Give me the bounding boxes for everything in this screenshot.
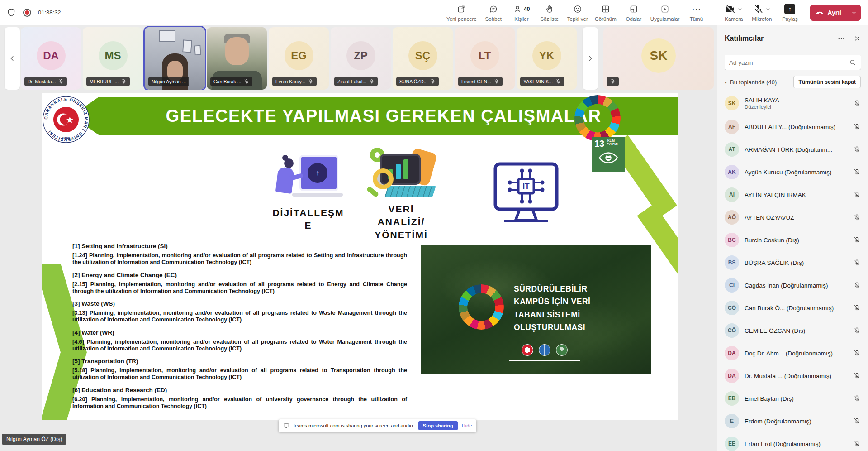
view-button[interactable]: Görünüm — [592, 0, 620, 25]
mic-off-icon[interactable] — [853, 236, 861, 244]
popout-icon — [457, 5, 466, 14]
tile-name-chip: Evren Karay... — [272, 77, 317, 86]
video-tile[interactable]: LT Levent GEN... — [455, 27, 515, 90]
video-tile[interactable]: MS MEBRURE ... — [83, 27, 143, 90]
mic-off-icon[interactable] — [853, 146, 861, 154]
thumbnail-title: SÜRDÜRÜLEBİLİR KAMPÜS İÇİN VERİ TABANI S… — [514, 283, 590, 334]
mic-off-icon[interactable] — [853, 100, 861, 107]
participant-name: Aygün Kurucu (Doğrulanmamış) — [745, 169, 848, 176]
collapse-triangle-icon[interactable] — [725, 80, 727, 85]
university-seal-icon — [522, 344, 533, 356]
participant-row[interactable]: CI Cagdas Inan (Doğrulanmamış) — [717, 274, 868, 297]
mic-off-icon[interactable] — [853, 304, 861, 312]
participant-row[interactable]: CÖ Can Burak Ö... (Doğrulanmamış) — [717, 297, 868, 319]
video-tile[interactable]: Can Burak ... — [207, 27, 267, 90]
mic-off-icon[interactable] — [853, 395, 861, 403]
participant-row[interactable]: CÖ CEMİLE ÖZCAN (Dış) — [717, 319, 868, 342]
strip-prev-button[interactable] — [5, 27, 20, 90]
people-button[interactable]: 40 Kişiler — [508, 0, 536, 25]
chat-button[interactable]: Sohbet — [479, 0, 508, 25]
avatar: SK — [641, 38, 676, 73]
leave-options-button[interactable] — [847, 5, 861, 21]
chevron-down-icon[interactable] — [737, 6, 743, 12]
participant-name: Ertan Erol (Doğrulanmamış) — [745, 441, 848, 447]
hide-link[interactable]: Hide — [462, 423, 472, 428]
avatar: BC — [725, 233, 739, 247]
share-button[interactable]: Paylaş — [776, 0, 804, 25]
avatar: DA — [725, 369, 739, 383]
participant-row[interactable]: BC Burcin Coskun (Dış) — [717, 229, 868, 251]
mic-off-icon[interactable] — [853, 191, 861, 199]
participant-row[interactable]: AF ABDULLAH Y... (Doğrulanmamış) — [717, 115, 868, 138]
participant-row[interactable]: E Erdem (Doğrulanmamış) — [717, 410, 868, 432]
avatar: E — [725, 414, 739, 428]
mic-off-icon[interactable] — [853, 259, 861, 267]
mic-off-icon[interactable] — [853, 168, 861, 176]
mic-off-icon[interactable] — [853, 417, 861, 425]
mic-off-icon[interactable] — [853, 440, 861, 448]
chevron-down-icon[interactable] — [765, 6, 771, 12]
tile-name-chip: MEBRURE ... — [86, 77, 130, 86]
video-tile[interactable]: SK — [603, 27, 714, 90]
mic-off-icon[interactable] — [853, 372, 861, 380]
mic-off-icon[interactable] — [853, 327, 861, 335]
chat-icon — [489, 5, 498, 14]
stop-sharing-button[interactable]: Stop sharing — [418, 421, 458, 430]
tile-name-chip: YASEMİN K... — [520, 77, 564, 86]
new-window-button[interactable]: Yeni pencere — [444, 0, 479, 25]
video-tile[interactable]: SÇ SUNA ÖZD... — [393, 27, 453, 90]
participant-row[interactable]: DA Doç.Dr. Ahm... (Doğrulanmamış) — [717, 342, 868, 365]
mic-off-icon[interactable] — [853, 123, 861, 131]
participant-row[interactable]: AÖ AYTEN ÖZYAVUZ — [717, 206, 868, 229]
sdg-wheel-icon — [574, 95, 621, 141]
button-label: Odalar — [626, 16, 642, 22]
participant-row[interactable]: BS BÜŞRA SAĞLIK (Dış) — [717, 251, 868, 274]
video-tile[interactable]: ZP Ziraat Fakül... — [331, 27, 391, 90]
avatar: CI — [725, 278, 739, 293]
participant-role: Düzenleyici — [745, 104, 848, 110]
caption-data-analysis: VERİ ANALİZİ/ YÖNETİMİ — [358, 203, 444, 241]
microphone-button[interactable]: Mikrofon — [748, 0, 776, 25]
participant-row[interactable]: DA Dr. Mustafa ... (Doğrulanmamış) — [717, 365, 868, 387]
button-label: Uygulamalar — [650, 16, 680, 22]
mute-all-button[interactable]: Tümünün sesini kapat — [793, 76, 861, 88]
mic-off-icon — [555, 79, 561, 84]
more-button[interactable]: Tümü — [682, 0, 710, 25]
more-options-icon[interactable] — [837, 34, 845, 43]
mic-off-icon[interactable] — [853, 350, 861, 357]
campus-video-thumbnail: SÜRDÜRÜLEBİLİR KAMPÜS İÇİN VERİ TABANI S… — [421, 245, 651, 374]
close-icon[interactable] — [854, 35, 861, 42]
camera-button[interactable]: Kamera — [720, 0, 748, 25]
panel-divider — [717, 48, 868, 48]
video-tile-active-speaker[interactable]: Nilgün Ayman ... — [145, 27, 205, 90]
participant-row[interactable]: AI AYLİN YALÇIN IRMAK — [717, 183, 868, 206]
raise-hand-button[interactable]: Söz iste — [536, 0, 564, 25]
participant-name: Erdem (Doğrulanmamış) — [745, 418, 848, 425]
mic-off-icon[interactable] — [853, 282, 861, 289]
digitalization-illustration — [275, 149, 343, 203]
apps-button[interactable]: Uygulamalar — [648, 0, 683, 25]
video-tile[interactable]: YK YASEMİN K... — [517, 27, 577, 90]
participant-row[interactable]: SK SALIH KAYA Düzenleyici — [717, 91, 868, 115]
video-tile[interactable]: DA Dr. Mustafa... — [21, 27, 81, 90]
participant-name: Cagdas Inan (Doğrulanmamış) — [745, 282, 848, 289]
participant-row[interactable]: EE Ertan Erol (Doğrulanmamış) — [717, 432, 868, 451]
blue-globe-icon — [539, 344, 550, 356]
tile-name-chip: Can Burak ... — [210, 77, 252, 86]
slide-item: [5] Transportation (TR)[5.18] Planning, … — [72, 358, 407, 381]
strip-next-button[interactable] — [583, 27, 598, 90]
participant-row[interactable]: AT ARMAĞAN TÜRK (Doğrulanm... — [717, 138, 868, 161]
leave-button[interactable]: Ayrıl — [810, 5, 861, 21]
avatar: EE — [725, 437, 739, 451]
participant-name: ARMAĞAN TÜRK (Doğrulanm... — [745, 146, 848, 153]
video-tile[interactable]: EG Evren Karay... — [269, 27, 329, 90]
react-button[interactable]: Tepki ver — [564, 0, 592, 25]
button-label: Söz iste — [540, 16, 559, 22]
mic-off-icon[interactable] — [853, 214, 861, 221]
search-input[interactable]: Ad yazın — [725, 55, 861, 70]
slide-title: GELECEKTE YAPILMASI GEREKEN ÇALIŞMALAR — [148, 106, 602, 126]
rooms-button[interactable]: Odalar — [620, 0, 648, 25]
participant-row[interactable]: EB Emel Baylan (Dış) — [717, 387, 868, 410]
participant-row[interactable]: AK Aygün Kurucu (Doğrulanmamış) — [717, 161, 868, 183]
tile-name-chip: Ziraat Fakül... — [334, 77, 378, 86]
